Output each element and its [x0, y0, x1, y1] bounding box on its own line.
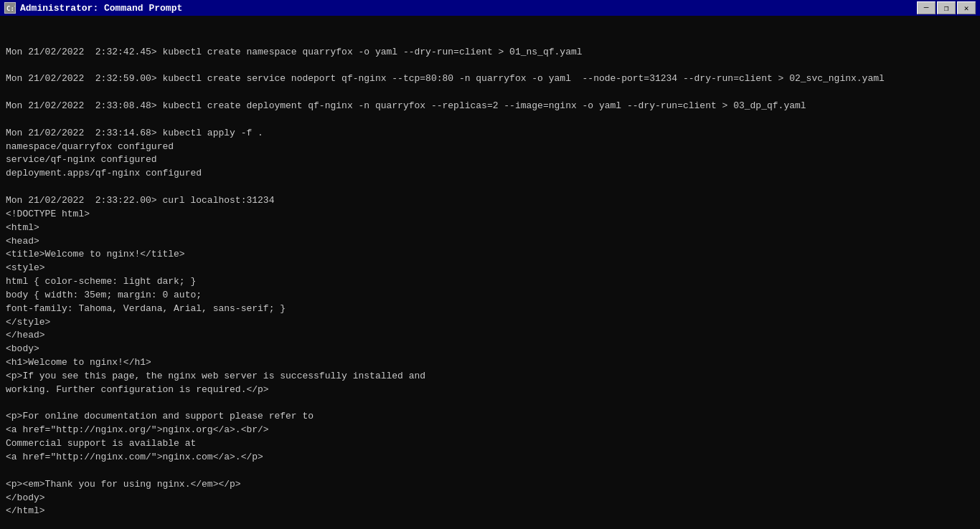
output-line: <p>For online documentation and support …	[6, 410, 974, 424]
command-line: Mon 21/02/2022 2:33:22.00> curl localhos…	[6, 194, 974, 208]
output-line: working. Further configuration is requir…	[6, 383, 974, 397]
output-line: deployment.apps/qf-nginx configured	[6, 167, 974, 181]
output-line: <a href="http://nginx.org/">nginx.org</a…	[6, 424, 974, 437]
title-bar-icon: C:\	[4, 2, 16, 14]
output-line: </html>	[6, 505, 974, 518]
empty-line	[6, 464, 974, 478]
empty-line	[6, 397, 974, 411]
empty-line	[6, 86, 974, 100]
output-line: </body>	[6, 492, 974, 505]
output-line: Commercial support is available at	[6, 437, 974, 451]
output-line: <body>	[6, 343, 974, 356]
output-line: body { width: 35em; margin: 0 auto;	[6, 289, 974, 302]
output-line: <p><em>Thank you for using nginx.</em></…	[6, 478, 974, 492]
output-line: font-family: Tahoma, Verdana, Arial, san…	[6, 302, 974, 316]
output-line: <style>	[6, 262, 974, 275]
svg-text:C:\: C:\	[6, 5, 15, 12]
title-bar-title: Administrator: Command Prompt	[20, 3, 182, 14]
output-line: <h1>Welcome to nginx!</h1>	[6, 356, 974, 370]
title-bar[interactable]: C:\ Administrator: Command Prompt ─ ❐ ✕	[0, 0, 980, 16]
command-line: Mon 21/02/2022 2:33:14.68> kubectl apply…	[6, 127, 974, 140]
title-bar-controls: ─ ❐ ✕	[917, 1, 976, 14]
empty-line	[6, 32, 974, 46]
minimize-button[interactable]: ─	[917, 1, 936, 14]
output-line: html { color-scheme: light dark; }	[6, 275, 974, 289]
command-line: Mon 21/02/2022 2:32:42.45> kubectl creat…	[6, 46, 974, 59]
empty-line	[6, 518, 974, 529]
command-line: Mon 21/02/2022 2:32:59.00> kubectl creat…	[6, 72, 974, 86]
terminal-body[interactable]: Mon 21/02/2022 2:32:42.45> kubectl creat…	[0, 16, 980, 529]
command-line: Mon 21/02/2022 2:33:08.48> kubectl creat…	[6, 100, 974, 113]
output-line: <title>Welcome to nginx!</title>	[6, 248, 974, 262]
restore-button[interactable]: ❐	[937, 1, 956, 14]
output-line: service/qf-nginx configured	[6, 153, 974, 167]
output-line: <p>If you see this page, the nginx web s…	[6, 370, 974, 383]
output-line: <html>	[6, 221, 974, 235]
output-line: <a href="http://nginx.com/">nginx.com</a…	[6, 451, 974, 464]
output-line: </head>	[6, 329, 974, 343]
empty-line	[6, 181, 974, 194]
empty-line	[6, 113, 974, 127]
output-line: namespace/quarryfox configured	[6, 140, 974, 154]
close-button[interactable]: ✕	[957, 1, 976, 14]
output-line: </style>	[6, 316, 974, 330]
output-line: <head>	[6, 235, 974, 249]
output-line: <!DOCTYPE html>	[6, 208, 974, 221]
empty-line	[6, 59, 974, 73]
